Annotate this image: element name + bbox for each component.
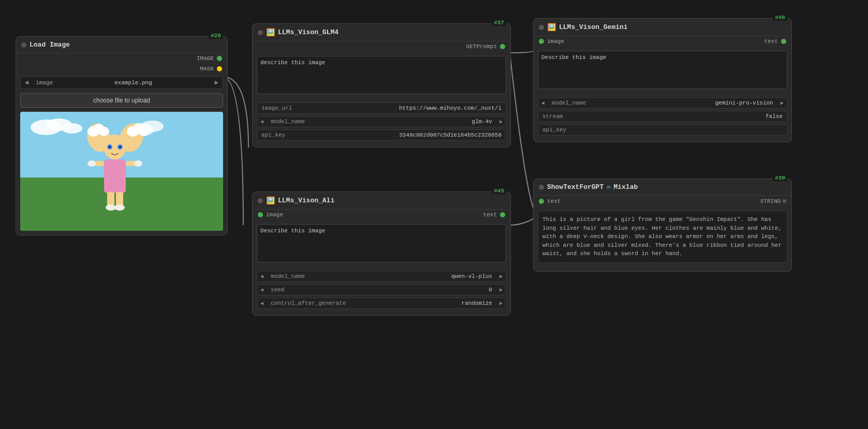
- node-llms-glm4: #37 🖼️ LLMs_Vison_GLM4 GETPrompt describ…: [252, 23, 511, 147]
- node-badge-37: #37: [492, 20, 506, 26]
- svg-point-21: [87, 160, 96, 167]
- field-stream-gemini: stream false: [538, 111, 787, 122]
- node-header-glm4: 🖼️ LLMs_Vison_GLM4: [253, 24, 510, 41]
- field-model-name-glm4: ◀ model_name glm-4v ▶: [257, 116, 506, 127]
- control-prev-arrow[interactable]: ◀: [257, 298, 267, 308]
- node-badge-45: #45: [492, 188, 506, 194]
- port-label-ali-text: text: [483, 212, 497, 218]
- control-next-arrow[interactable]: ▶: [496, 298, 506, 308]
- field-api-key-glm4: api_key 3349c982d007c5d1e164b5c2320658: [257, 129, 506, 141]
- field-value-stream: false: [567, 111, 787, 122]
- field-control-ali: ◀ control_after_generate randomize ▶: [257, 298, 506, 309]
- field-value-model-glm4: glm-4v: [309, 116, 496, 127]
- field-value-api-gemini: [570, 128, 787, 132]
- image-selector-label: image: [33, 78, 56, 88]
- field-value-image-url: https://www.mihoyo.com/_nuxt/i: [296, 103, 506, 113]
- field-value-seed: 0: [288, 285, 496, 295]
- port-label-mask: MASK: [200, 66, 214, 72]
- svg-point-13: [138, 127, 149, 136]
- status-dot-gemini: [539, 25, 544, 30]
- port-dot-gemini-text: [781, 39, 786, 44]
- seed-next-arrow[interactable]: ▶: [496, 285, 506, 295]
- grid-icon: ⊞: [783, 198, 786, 204]
- model-next-arrow-gemini[interactable]: ▶: [777, 98, 787, 108]
- status-dot-ali: [258, 198, 263, 203]
- node-header-ali: 🖼️ LLMs_Vison_Ali: [253, 192, 510, 210]
- field-label-api-gemini: api_key: [538, 125, 570, 135]
- node-badge-30: #30: [773, 175, 787, 181]
- svg-point-22: [134, 160, 142, 167]
- field-model-name-gemini: ◀ model_name gemini-pro-vision ▶: [538, 97, 787, 109]
- ali-prompt-textarea[interactable]: Describe this image: [257, 224, 506, 262]
- status-dot-load-image: [21, 42, 26, 48]
- field-label-image-url: image_url: [257, 103, 296, 113]
- model-prev-arrow-glm4[interactable]: ◀: [257, 116, 267, 127]
- port-row-text-input: text STRING ⊞: [534, 196, 791, 206]
- port-label-text-input: text: [547, 198, 561, 204]
- model-prev-arrow-gemini[interactable]: ◀: [538, 98, 548, 108]
- port-row-ali-image: image text: [253, 210, 510, 220]
- field-api-key-gemini: api_key: [538, 124, 787, 136]
- field-label-stream: stream: [538, 111, 567, 122]
- status-dot-show-text: [539, 185, 544, 190]
- node-llms-ali: #45 🖼️ LLMs_Vison_Ali image text Describ…: [252, 191, 511, 316]
- svg-point-17: [119, 146, 121, 148]
- svg-point-26: [114, 204, 125, 211]
- port-dot-image: [217, 56, 222, 61]
- field-model-name-ali: ◀ model_name qwen-vl-plus ▶: [257, 271, 506, 282]
- ali-icon: 🖼️: [266, 196, 275, 205]
- port-dot-getprompt: [500, 44, 505, 49]
- field-label-model-ali: model_name: [267, 271, 309, 282]
- port-dot-ali-text: [500, 212, 505, 217]
- node-title-glm4: LLMs_Vison_GLM4: [278, 28, 339, 36]
- field-value-api-glm4: 3349c982d007c5d1e164b5c2320658: [289, 130, 506, 140]
- getprompt-label: GETPrompt: [466, 43, 497, 50]
- node-show-text: #30 ShowTextForGPT ∞ Mixlab text STRING …: [533, 179, 792, 272]
- gemini-icon: 🖼️: [547, 23, 556, 32]
- node-badge-26: #26: [209, 33, 223, 39]
- node-title-show-text: ShowTextForGPT: [547, 183, 604, 191]
- node-header-load-image: Load Image: [16, 37, 227, 53]
- image-prev-arrow[interactable]: ◀: [21, 77, 33, 88]
- gemini-prompt-textarea[interactable]: Describe this image: [538, 51, 787, 89]
- node-title-load-image: Load Image: [30, 41, 70, 49]
- port-dot-ali-image: [258, 212, 263, 217]
- field-image-url: image_url https://www.mihoyo.com/_nuxt/i: [257, 102, 506, 114]
- field-label-api-glm4: api_key: [257, 130, 289, 140]
- port-label-gemini-text: text: [764, 38, 778, 45]
- node-header-gemini: 🖼️ LLMs_Vison_Gemini: [534, 19, 791, 36]
- port-row-mask: MASK: [16, 64, 227, 74]
- model-next-arrow-glm4[interactable]: ▶: [496, 116, 506, 127]
- image-selector: ◀ image example.png ▶: [20, 76, 223, 89]
- infinity-icon: ∞: [607, 184, 610, 191]
- port-label-image: IMAGE: [197, 55, 214, 62]
- svg-point-10: [99, 127, 109, 136]
- field-value-model-ali: qwen-vl-plus: [309, 271, 496, 282]
- field-label-seed: seed: [267, 285, 288, 295]
- svg-point-16: [109, 146, 111, 148]
- port-label-ali-image: image: [266, 212, 283, 218]
- glm4-prompt-textarea[interactable]: describe this image: [257, 56, 506, 94]
- port-dot-gemini-image: [539, 39, 544, 44]
- port-dot-text-input: [539, 199, 544, 204]
- node-title-ali: LLMs_Vison_Ali: [278, 197, 334, 204]
- field-seed-ali: ◀ seed 0 ▶: [257, 284, 506, 295]
- model-next-arrow-ali[interactable]: ▶: [496, 271, 506, 282]
- string-label: STRING: [760, 198, 781, 204]
- node-title-gemini: LLMs_Vison_Gemini: [559, 23, 628, 31]
- field-value-model-gemini: gemini-pro-vision: [590, 98, 777, 108]
- port-dot-mask: [217, 66, 222, 71]
- mixlab-label: Mixlab: [613, 183, 638, 191]
- upload-button[interactable]: choose file to upload: [20, 93, 223, 108]
- port-label-gemini-image: image: [547, 38, 564, 45]
- image-next-arrow[interactable]: ▶: [211, 77, 223, 88]
- text-output: This is a picture of a girl from the gam…: [538, 211, 787, 263]
- model-prev-arrow-ali[interactable]: ◀: [257, 271, 267, 282]
- field-label-model-glm4: model_name: [267, 116, 309, 127]
- glm4-icon: 🖼️: [266, 28, 275, 37]
- field-label-model-gemini: model_name: [548, 98, 590, 108]
- port-row-getprompt: GETPrompt: [253, 41, 510, 52]
- node-load-image: #26 Load Image IMAGE MASK ◀ image exampl…: [16, 36, 228, 235]
- seed-prev-arrow[interactable]: ◀: [257, 285, 267, 295]
- image-filename: example.png: [56, 80, 211, 86]
